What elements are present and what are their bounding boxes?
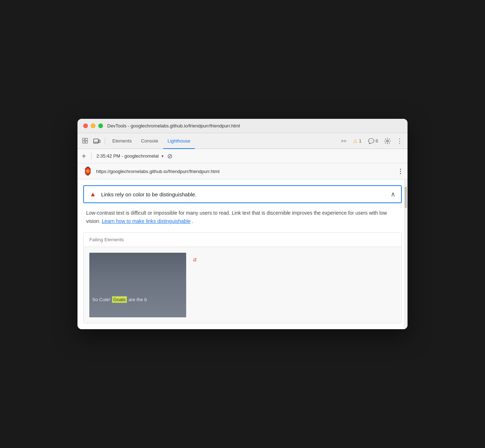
audit-title: Links rely on color to be distinguishabl… [101,191,386,197]
settings-button[interactable] [382,136,392,146]
console-message-icon: 💬 [368,138,374,144]
dot2 [400,171,401,172]
audit-header[interactable]: ▲ Links rely on color to be distinguisha… [84,186,401,202]
svg-rect-0 [83,138,85,140]
lighthouse-icon: 🏮 [83,166,93,176]
audit-description: Low-contrast text is difficult or imposs… [77,203,408,232]
warning-icon: ⚠ [353,138,358,144]
url-text-short: 2:35:42 PM - googlechromelal [96,153,159,159]
url-display: 2:35:42 PM - googlechromelal ▾ [96,153,164,159]
more-tabs-button[interactable]: >> [339,137,348,145]
screenshot-overlay [89,253,186,317]
failing-elements-body: So Cute! Goats are the b a [84,247,401,323]
page-url: https://googlechromelabs.github.io/frien… [96,169,395,174]
window-title: DevTools - googlechromelabs.github.io/fr… [107,123,240,129]
tab-lighthouse[interactable]: Lighthouse [163,134,195,149]
svg-point-7 [387,140,389,142]
dot3 [400,173,401,174]
screenshot-text-after: are the b [128,297,147,302]
main-content: ▲ Links rely on color to be distinguisha… [77,179,408,329]
devtools-window: DevTools - googlechromelabs.github.io/fr… [77,119,408,329]
tab-console[interactable]: Console [137,134,163,149]
add-button[interactable]: + [82,153,86,160]
failing-elements-header: Failing Elements [84,233,401,247]
maximize-button[interactable] [98,123,103,128]
element-a-label: a [193,256,197,263]
svg-rect-4 [94,139,98,143]
console-messages-button[interactable]: 💬 6 [366,137,380,145]
more-options-button[interactable]: ⋮ [395,136,405,146]
audit-error-icon: ▲ [90,191,96,198]
title-bar: DevTools - googlechromelabs.github.io/fr… [77,119,408,133]
sep2 [91,153,91,160]
traffic-lights [83,123,103,128]
tab-elements[interactable]: Elements [108,134,136,149]
screenshot-text-before: So Cute! [92,297,110,302]
dot1 [400,169,401,170]
console-count: 6 [376,138,378,144]
secondary-toolbar: + 2:35:42 PM - googlechromelal ▾ ⊘ [77,149,408,163]
url-more-button[interactable] [399,167,402,176]
svg-rect-1 [85,138,88,140]
failing-elements-section: Failing Elements So Cute! Goats are the … [83,232,402,323]
clear-button[interactable]: ⊘ [167,152,173,160]
url-bar: 🏮 https://googlechromelabs.github.io/fri… [77,163,408,179]
toolbar-right: >> ⚠ 1 💬 6 ⋮ [339,136,405,146]
scrollbar[interactable] [404,179,408,329]
inspect-icon[interactable] [80,136,90,146]
svg-rect-5 [99,140,100,143]
close-button[interactable] [83,123,88,128]
device-toggle-icon[interactable] [92,136,102,146]
scrollbar-thumb[interactable] [405,187,407,208]
tab-list: Elements Console Lighthouse [108,133,195,149]
audit-chevron-icon[interactable]: ∧ [391,190,395,198]
highlighted-word: Goats [112,296,127,303]
svg-rect-3 [85,141,88,143]
dropdown-arrow-icon[interactable]: ▾ [161,154,164,159]
warning-count: 1 [359,138,362,144]
screenshot-preview: So Cute! Goats are the b [89,253,186,317]
devtools-toolbar: Elements Console Lighthouse >> ⚠ 1 💬 6 [77,133,408,149]
element-indicator: a [193,253,197,263]
audit-item: ▲ Links rely on color to be distinguisha… [83,185,402,203]
warnings-button[interactable]: ⚠ 1 [351,137,364,145]
minimize-button[interactable] [91,123,95,128]
screenshot-text-area: So Cute! Goats are the b [92,296,183,303]
svg-rect-2 [83,141,85,143]
toolbar-separator [105,137,105,145]
description-end: . [192,218,193,224]
learn-more-link[interactable]: Learn how to make links distinguishable [102,218,190,224]
